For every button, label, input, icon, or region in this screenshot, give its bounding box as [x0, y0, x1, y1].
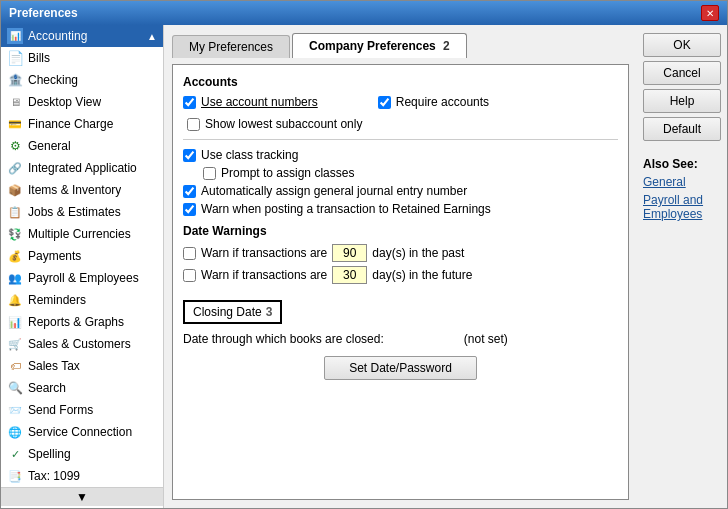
- sidebar-item-general[interactable]: ⚙ General: [1, 135, 163, 157]
- set-date-btn-container: Set Date/Password: [183, 356, 618, 380]
- sidebar-item-label: Bills: [28, 51, 50, 65]
- closing-date-number: 3: [266, 305, 273, 319]
- sidebar-item-payments[interactable]: 💰 Payments: [1, 245, 163, 267]
- sidebar-item-label: Multiple Currencies: [28, 227, 131, 241]
- sidebar-item-label: General: [28, 139, 71, 153]
- search-icon: 🔍: [7, 380, 23, 396]
- warn-past-days-input[interactable]: [332, 244, 367, 262]
- prompt-assign-classes-row: Prompt to assign classes: [203, 166, 618, 180]
- sidebar-item-label: Payments: [28, 249, 81, 263]
- use-class-tracking-row: Use class tracking: [183, 148, 618, 162]
- sidebar-item-items-inventory[interactable]: 📦 Items & Inventory: [1, 179, 163, 201]
- title-bar: Preferences ✕: [1, 1, 727, 25]
- warn-future-checkbox[interactable]: [183, 269, 196, 282]
- scroll-up-arrow: ▲: [147, 31, 157, 42]
- cancel-button[interactable]: Cancel: [643, 61, 721, 85]
- sidebar-item-label: Service Connection: [28, 425, 132, 439]
- jobs-icon: 📋: [7, 204, 23, 220]
- use-account-numbers-row: Use account numbers: [183, 95, 318, 109]
- content-area: 📊 Accounting ▲ 📄 Bills 🏦 Checking 🖥 Desk…: [1, 25, 727, 508]
- help-button[interactable]: Help: [643, 89, 721, 113]
- sidebar-item-desktop-view[interactable]: 🖥 Desktop View: [1, 91, 163, 113]
- sidebar-item-accounting[interactable]: 📊 Accounting ▲: [1, 25, 163, 47]
- warn-posting-retained-label: Warn when posting a transaction to Retai…: [201, 202, 491, 216]
- sidebar-item-checking[interactable]: 🏦 Checking: [1, 69, 163, 91]
- finance-icon: 💳: [7, 116, 23, 132]
- spelling-icon: ✓: [7, 446, 23, 462]
- sidebar-item-label: Finance Charge: [28, 117, 113, 131]
- warn-future-label-before: Warn if transactions are: [201, 268, 327, 282]
- ok-button[interactable]: OK: [643, 33, 721, 57]
- warn-past-label-before: Warn if transactions are: [201, 246, 327, 260]
- warn-posting-retained-checkbox[interactable]: [183, 203, 196, 216]
- set-date-password-button[interactable]: Set Date/Password: [324, 356, 477, 380]
- sidebar-item-sales-customers[interactable]: 🛒 Sales & Customers: [1, 333, 163, 355]
- show-lowest-subaccount-checkbox[interactable]: [187, 118, 200, 131]
- use-account-numbers-checkbox[interactable]: [183, 96, 196, 109]
- default-button[interactable]: Default: [643, 117, 721, 141]
- also-see-payroll-link[interactable]: Payroll andEmployees: [643, 193, 721, 221]
- warn-past-checkbox[interactable]: [183, 247, 196, 260]
- company-preferences-panel: Accounts Use account numbers Require acc…: [172, 64, 629, 500]
- integrated-icon: 🔗: [7, 160, 23, 176]
- prompt-assign-classes-label: Prompt to assign classes: [221, 166, 354, 180]
- sidebar-item-reminders[interactable]: 🔔 Reminders: [1, 289, 163, 311]
- sidebar-item-bills[interactable]: 📄 Bills: [1, 47, 163, 69]
- sidebar-item-spelling[interactable]: ✓ Spelling: [1, 443, 163, 465]
- closing-date-value: (not set): [464, 332, 508, 346]
- sidebar-scroll-down[interactable]: ▼: [1, 487, 163, 506]
- require-accounts-checkbox[interactable]: [378, 96, 391, 109]
- items-icon: 📦: [7, 182, 23, 198]
- sidebar-item-send-forms[interactable]: 📨 Send Forms: [1, 399, 163, 421]
- auto-assign-journal-label: Automatically assign general journal ent…: [201, 184, 467, 198]
- show-lowest-subaccount-label: Show lowest subaccount only: [205, 117, 362, 131]
- sidebar-item-payroll-employees[interactable]: 👥 Payroll & Employees: [1, 267, 163, 289]
- use-class-tracking-checkbox[interactable]: [183, 149, 196, 162]
- tax1099-icon: 📑: [7, 468, 23, 484]
- sidebar-item-service-connection[interactable]: 🌐 Service Connection: [1, 421, 163, 443]
- auto-assign-journal-checkbox[interactable]: [183, 185, 196, 198]
- tabs-row: My Preferences Company Preferences 2: [172, 33, 629, 58]
- service-icon: 🌐: [7, 424, 23, 440]
- warn-future-days-input[interactable]: [332, 266, 367, 284]
- sidebar-item-label: Integrated Applicatio: [28, 161, 137, 175]
- sidebar-item-tax-1099[interactable]: 📑 Tax: 1099: [1, 465, 163, 487]
- bills-icon: 📄: [7, 50, 23, 66]
- sidebar-item-search[interactable]: 🔍 Search: [1, 377, 163, 399]
- warn-future-label-after: day(s) in the future: [372, 268, 472, 282]
- date-warnings-section: Date Warnings Warn if transactions are d…: [183, 224, 618, 284]
- right-panel: OK Cancel Help Default Also See: General…: [637, 25, 727, 508]
- sidebar-item-finance-charge[interactable]: 💳 Finance Charge: [1, 113, 163, 135]
- sidebar-item-sales-tax[interactable]: 🏷 Sales Tax: [1, 355, 163, 377]
- sidebar-item-multiple-currencies[interactable]: 💱 Multiple Currencies: [1, 223, 163, 245]
- sidebar-item-jobs-estimates[interactable]: 📋 Jobs & Estimates: [1, 201, 163, 223]
- tab-company-preferences[interactable]: Company Preferences 2: [292, 33, 467, 58]
- use-account-numbers-label: Use account numbers: [201, 95, 318, 109]
- sidebar-item-reports-graphs[interactable]: 📊 Reports & Graphs: [1, 311, 163, 333]
- prompt-assign-classes-checkbox[interactable]: [203, 167, 216, 180]
- closing-date-section: Closing Date 3 Date through which books …: [183, 292, 618, 380]
- class-tracking-section: Use class tracking Prompt to assign clas…: [183, 148, 618, 216]
- general-icon: ⚙: [7, 138, 23, 154]
- closing-date-desc-row: Date through which books are closed: (no…: [183, 332, 618, 346]
- tab-my-preferences[interactable]: My Preferences: [172, 35, 290, 58]
- sidebar-item-label: Spelling: [28, 447, 71, 461]
- reports-icon: 📊: [7, 314, 23, 330]
- sidebar-item-label: Reminders: [28, 293, 86, 307]
- warn-past-label-after: day(s) in the past: [372, 246, 464, 260]
- send-icon: 📨: [7, 402, 23, 418]
- desktop-icon: 🖥: [7, 94, 23, 110]
- sidebar-item-label: Checking: [28, 73, 78, 87]
- sidebar-item-label: Reports & Graphs: [28, 315, 124, 329]
- close-button[interactable]: ✕: [701, 5, 719, 21]
- preferences-window: Preferences ✕ 📊 Accounting ▲ 📄 Bills 🏦 C…: [0, 0, 728, 509]
- sidebar-item-label: Payroll & Employees: [28, 271, 139, 285]
- sidebar-item-label: Tax: 1099: [28, 469, 80, 483]
- also-see-general-link[interactable]: General: [643, 175, 721, 189]
- sidebar-item-label: Sales & Customers: [28, 337, 131, 351]
- sidebar-item-label: Search: [28, 381, 66, 395]
- warn-future-row: Warn if transactions are day(s) in the f…: [183, 266, 618, 284]
- main-panel: My Preferences Company Preferences 2 Acc…: [164, 25, 637, 508]
- warn-past-row: Warn if transactions are day(s) in the p…: [183, 244, 618, 262]
- sidebar-item-integrated[interactable]: 🔗 Integrated Applicatio: [1, 157, 163, 179]
